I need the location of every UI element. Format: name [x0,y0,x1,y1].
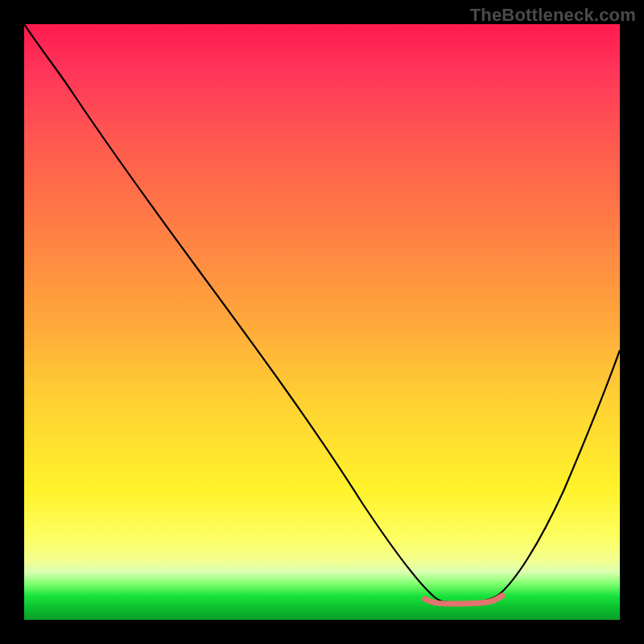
curve-overlay [24,24,620,620]
chart-frame: TheBottleneck.com [0,0,644,644]
flat-segment-start-dot [423,597,428,602]
bottleneck-curve-path [24,24,620,602]
watermark-text: TheBottleneck.com [470,5,636,26]
flat-segment-end-dot [500,593,506,599]
